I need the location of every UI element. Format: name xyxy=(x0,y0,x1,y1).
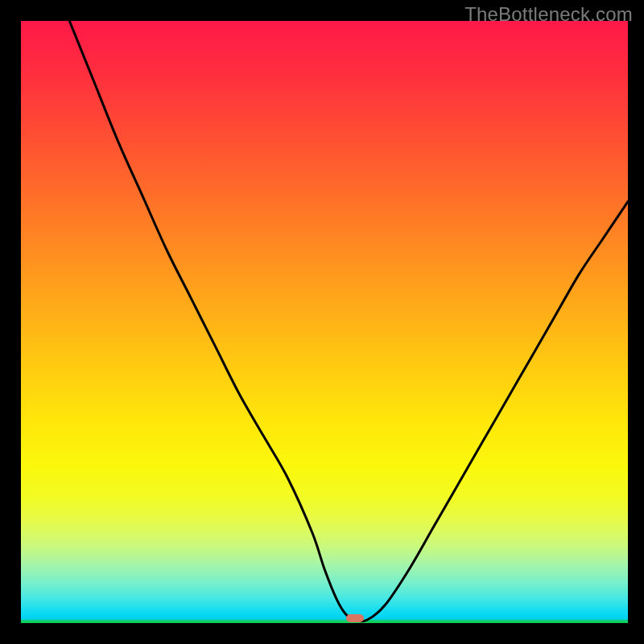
curve-svg xyxy=(21,21,628,623)
watermark-text: TheBottleneck.com xyxy=(464,3,633,26)
optimal-marker xyxy=(346,614,364,622)
bottleneck-curve xyxy=(69,21,628,621)
plot-area xyxy=(21,21,628,623)
chart-frame: TheBottleneck.com xyxy=(0,0,644,644)
